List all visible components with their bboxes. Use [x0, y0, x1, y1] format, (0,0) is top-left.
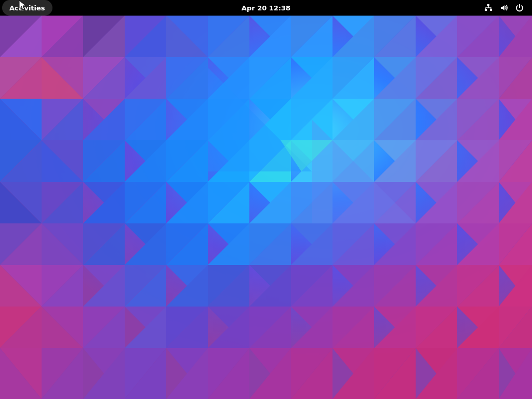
svg-rect-0 [487, 4, 489, 6]
svg-rect-1 [485, 9, 487, 11]
clock-button[interactable]: Apr 20 12:38 [235, 0, 297, 16]
network-icon [484, 4, 493, 12]
system-tray[interactable] [484, 0, 528, 16]
clock-text: Apr 20 12:38 [242, 4, 290, 12]
power-icon [515, 4, 524, 12]
svg-rect-2 [490, 9, 492, 11]
desktop-wallpaper [0, 16, 532, 399]
activities-button[interactable]: Activities [2, 0, 52, 16]
volume-icon [500, 4, 508, 12]
top-bar: Activities Apr 20 12:38 [0, 0, 532, 16]
activities-label: Activities [9, 4, 45, 12]
